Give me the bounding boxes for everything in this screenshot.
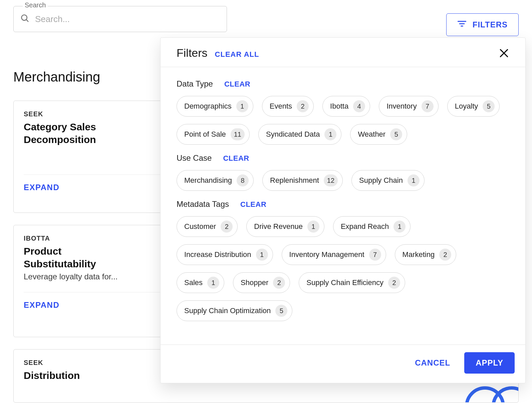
chip-count: 2: [388, 277, 400, 289]
card-title: Category Sales Decomposition: [24, 121, 124, 146]
filter-chip[interactable]: Customer2: [177, 216, 238, 237]
chip-count: 2: [221, 221, 233, 233]
filter-chip[interactable]: Drive Revenue1: [246, 216, 324, 237]
chip-label: Increase Distribution: [184, 250, 251, 259]
chip-count: 1: [324, 128, 336, 140]
filter-chip[interactable]: Events2: [262, 96, 314, 117]
filter-chip[interactable]: Supply Chain Optimization5: [177, 300, 292, 321]
chip-label: Expand Reach: [341, 222, 389, 231]
chip-label: Marketing: [403, 250, 435, 259]
filter-chip[interactable]: Demographics1: [177, 96, 253, 117]
chip-label: Inventory Management: [289, 250, 364, 259]
chip-count: 7: [422, 100, 434, 112]
search-input[interactable]: [35, 14, 220, 24]
chip-count: 8: [237, 174, 249, 186]
filter-chip[interactable]: Merchandising8: [177, 170, 254, 191]
filter-chip[interactable]: Inventory7: [379, 96, 439, 117]
chip-label: Supply Chain Efficiency: [306, 278, 383, 287]
filter-chip[interactable]: Loyalty5: [447, 96, 500, 117]
chip-count: 7: [369, 249, 381, 261]
chip-count: 1: [236, 100, 248, 112]
filter-chip[interactable]: Sales1: [177, 272, 224, 293]
filter-chip[interactable]: Inventory Management7: [282, 244, 386, 265]
chip-count: 2: [439, 249, 451, 261]
group-clear-button[interactable]: CLEAR: [223, 154, 249, 163]
chip-label: Events: [270, 102, 292, 111]
filter-chip[interactable]: Syndicated Data1: [258, 124, 341, 145]
filters-panel: Filters CLEAR ALL Data TypeCLEARDemograp…: [160, 37, 526, 383]
filters-button-label: FILTERS: [473, 20, 508, 29]
search-wrapper: Search: [13, 6, 227, 32]
cancel-button[interactable]: CANCEL: [407, 353, 458, 373]
card-title: Product Substitutability: [24, 245, 124, 270]
chip-label: Drive Revenue: [254, 222, 303, 231]
chip-label: Supply Chain: [359, 176, 403, 185]
chip-label: Sales: [184, 278, 203, 287]
panel-title: Filters: [177, 46, 208, 59]
chip-label: Demographics: [184, 102, 232, 111]
chip-count: 1: [408, 174, 420, 186]
group-clear-button[interactable]: CLEAR: [224, 80, 250, 89]
chip-count: 4: [353, 100, 365, 112]
filter-group: Use CaseCLEARMerchandising8Replenishment…: [177, 153, 509, 191]
expand-link[interactable]: EXPAND: [24, 183, 59, 192]
filter-chip[interactable]: Marketing2: [395, 244, 457, 265]
filter-chip[interactable]: Weather5: [350, 124, 407, 145]
search-icon: [20, 14, 30, 24]
close-icon[interactable]: [499, 48, 509, 58]
filter-chip[interactable]: Supply Chain1: [351, 170, 425, 191]
chip-count: 2: [297, 100, 309, 112]
svg-point-12: [493, 388, 519, 403]
filter-chip[interactable]: Shopper2: [233, 272, 290, 293]
chip-label: Replenishment: [270, 176, 319, 185]
filter-group: Metadata TagsCLEARCustomer2Drive Revenue…: [177, 199, 509, 321]
filter-chip[interactable]: Ibotta4: [322, 96, 370, 117]
clear-all-button[interactable]: CLEAR ALL: [215, 50, 259, 59]
chip-count: 1: [207, 277, 219, 289]
chip-count: 5: [275, 305, 287, 317]
search-field[interactable]: [13, 6, 227, 32]
chip-count: 5: [483, 100, 495, 112]
chip-count: 1: [256, 249, 268, 261]
chip-count: 5: [390, 128, 402, 140]
chip-label: Ibotta: [330, 102, 348, 111]
search-label: Search: [23, 1, 48, 9]
chip-label: Inventory: [386, 102, 417, 111]
chip-label: Point of Sale: [184, 130, 226, 139]
apply-button[interactable]: APPLY: [464, 352, 515, 374]
chip-count: 1: [393, 221, 406, 233]
chip-label: Syndicated Data: [266, 130, 320, 139]
group-title: Use Case: [177, 153, 212, 163]
filter-group: Data TypeCLEARDemographics1Events2Ibotta…: [177, 79, 509, 145]
chip-count: 11: [231, 128, 245, 140]
filter-chip[interactable]: Expand Reach1: [333, 216, 411, 237]
chip-label: Customer: [184, 222, 216, 231]
chip-count: 2: [273, 277, 285, 289]
chip-label: Merchandising: [184, 176, 232, 185]
expand-link[interactable]: EXPAND: [24, 300, 59, 310]
chip-count: 12: [324, 174, 338, 186]
filters-button[interactable]: FILTERS: [446, 13, 519, 36]
filter-chip[interactable]: Replenishment12: [262, 170, 343, 191]
chip-label: Supply Chain Optimization: [184, 306, 271, 315]
group-title: Metadata Tags: [177, 199, 229, 209]
filter-icon: [457, 20, 467, 30]
chip-label: Loyalty: [455, 102, 478, 111]
chip-count: 1: [307, 221, 319, 233]
chip-label: Shopper: [241, 278, 268, 287]
filter-chip[interactable]: Supply Chain Efficiency2: [299, 272, 405, 293]
filter-chip[interactable]: Increase Distribution1: [177, 244, 273, 265]
filter-chip[interactable]: Point of Sale11: [177, 124, 250, 145]
chip-label: Weather: [358, 130, 385, 139]
svg-line-1: [26, 20, 28, 22]
group-title: Data Type: [177, 79, 213, 89]
group-clear-button[interactable]: CLEAR: [240, 200, 266, 209]
